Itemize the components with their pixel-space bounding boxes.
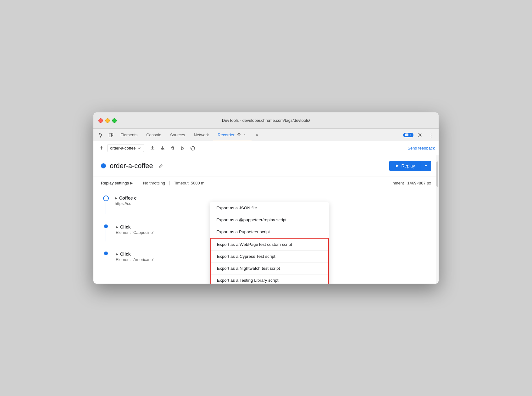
throttle-value: No throttling bbox=[143, 181, 165, 185]
title-bar: DevTools - developer.chrome.com/tags/dev… bbox=[93, 112, 439, 129]
step-menu-click2[interactable]: ⋮ bbox=[423, 252, 431, 261]
devtools-window: DevTools - developer.chrome.com/tags/dev… bbox=[93, 112, 439, 284]
play-step-icon-btn[interactable] bbox=[178, 144, 187, 153]
replay-button-group: Replay bbox=[389, 161, 431, 171]
settings-divider bbox=[138, 180, 138, 185]
replay-dropdown-button[interactable] bbox=[421, 161, 431, 171]
play-icon bbox=[395, 164, 399, 168]
notification-badge[interactable]: 1 bbox=[403, 133, 413, 137]
upload-icon-btn[interactable] bbox=[148, 144, 157, 153]
chat-icon bbox=[405, 133, 409, 137]
export-testing-library[interactable]: Export as a Testing Library script bbox=[211, 274, 328, 284]
download-icon-btn[interactable] bbox=[158, 144, 167, 153]
tab-recorder-close[interactable]: × bbox=[242, 132, 247, 137]
export-highlight-group: Export as a WebPageTest custom script Ex… bbox=[210, 238, 329, 284]
settings-icon-btn[interactable] bbox=[415, 130, 425, 140]
svg-point-3 bbox=[238, 134, 239, 135]
recording-selector[interactable]: order-a-coffee bbox=[107, 144, 144, 152]
settings-row: Replay settings ▶ No throttling | Timeou… bbox=[93, 177, 439, 189]
trash-icon bbox=[170, 146, 175, 151]
step-expand-icon[interactable]: ▶ bbox=[115, 196, 117, 200]
main-content: order-a-coffee Replay bbox=[93, 155, 439, 284]
devtools-tabs-bar: Elements Console Sources Network Recorde… bbox=[93, 129, 439, 141]
delete-icon-btn[interactable] bbox=[168, 144, 177, 153]
timeline-left-click1 bbox=[101, 224, 111, 241]
step-expand-icon[interactable]: ▶ bbox=[116, 225, 118, 229]
scrollbar-track bbox=[436, 155, 439, 284]
chevron-down-icon bbox=[137, 146, 141, 150]
export-json[interactable]: Export as a JSON file bbox=[210, 202, 329, 214]
step-dot-filled bbox=[104, 224, 108, 228]
svg-marker-6 bbox=[396, 164, 399, 167]
tab-recorder[interactable]: Recorder × bbox=[213, 129, 251, 141]
settings-label[interactable]: Replay settings ▶ bbox=[101, 181, 133, 185]
vertical-dots-icon: ⋮ bbox=[428, 132, 434, 139]
export-dropdown-menu: Export as a JSON file Export as a @puppe… bbox=[210, 202, 329, 284]
step-title-navigate: ▶ Coffee c bbox=[115, 195, 420, 201]
tab-network[interactable]: Network bbox=[190, 129, 213, 141]
step-expand-icon[interactable]: ▶ bbox=[116, 252, 118, 256]
tab-elements[interactable]: Elements bbox=[116, 129, 142, 141]
replay-main-button[interactable]: Replay bbox=[389, 161, 421, 171]
tab-console[interactable]: Console bbox=[142, 129, 166, 141]
devtools-right-icons: 1 ⋮ bbox=[403, 130, 436, 140]
more-options-btn[interactable]: ⋮ bbox=[426, 130, 436, 140]
tab-more[interactable]: » bbox=[252, 129, 263, 141]
add-recording-btn[interactable]: + bbox=[97, 144, 106, 153]
recording-status-dot bbox=[101, 163, 106, 168]
download-icon bbox=[160, 146, 165, 151]
replay-icon bbox=[190, 146, 195, 151]
gear-icon bbox=[417, 133, 422, 138]
cursor-icon-btn[interactable] bbox=[96, 130, 106, 140]
timeline-line bbox=[106, 202, 106, 214]
tab-sources[interactable]: Sources bbox=[166, 129, 190, 141]
timeline-line bbox=[106, 229, 106, 241]
timeline-left-click2 bbox=[101, 252, 111, 255]
step-dot-filled bbox=[104, 252, 108, 255]
minimize-button[interactable] bbox=[105, 118, 110, 123]
export-cypress[interactable]: Export as a Cypress Test script bbox=[211, 251, 328, 263]
window-title: DevTools - developer.chrome.com/tags/dev… bbox=[222, 118, 310, 123]
settings-pipe: | bbox=[169, 180, 170, 186]
recorder-action-icons bbox=[148, 144, 197, 153]
timeout-value: Timeout: 5000 m bbox=[174, 181, 204, 185]
timeline-left-navigate bbox=[101, 195, 111, 214]
traffic-lights bbox=[98, 118, 117, 123]
maximize-button[interactable] bbox=[112, 118, 117, 123]
settings-expand-icon: ▶ bbox=[130, 181, 133, 185]
scrollbar-thumb[interactable] bbox=[436, 161, 438, 187]
export-puppeteer[interactable]: Export as a Puppeteer script bbox=[210, 226, 329, 238]
step-menu-click1[interactable]: ⋮ bbox=[423, 224, 431, 234]
recording-name: order-a-coffee bbox=[110, 162, 153, 170]
step-dot-hollow bbox=[103, 195, 109, 201]
export-puppeteer-replay[interactable]: Export as a @puppeteer/replay script bbox=[210, 214, 329, 226]
step-menu-navigate[interactable]: ⋮ bbox=[423, 195, 431, 205]
send-feedback-link[interactable]: Send feedback bbox=[407, 146, 435, 150]
svg-point-5 bbox=[419, 134, 421, 136]
recorder-toolbar: + order-a-coffee bbox=[93, 141, 439, 155]
recording-header: order-a-coffee Replay bbox=[93, 155, 439, 177]
environment-label: nment 1469×887 px bbox=[392, 181, 431, 185]
export-webpagetest[interactable]: Export as a WebPageTest custom script bbox=[211, 239, 328, 251]
device-toggle-btn[interactable] bbox=[106, 130, 116, 140]
export-nightwatch[interactable]: Export as a Nightwatch test script bbox=[211, 263, 328, 274]
svg-rect-0 bbox=[109, 134, 112, 137]
play-step-icon bbox=[180, 146, 185, 151]
upload-icon bbox=[150, 146, 155, 151]
chevron-down-icon bbox=[424, 164, 428, 167]
edit-icon[interactable] bbox=[158, 163, 164, 169]
svg-rect-1 bbox=[112, 133, 113, 136]
replay-circle-icon-btn[interactable] bbox=[188, 144, 197, 153]
recorder-pin-icon bbox=[237, 133, 241, 137]
close-button[interactable] bbox=[98, 118, 103, 123]
